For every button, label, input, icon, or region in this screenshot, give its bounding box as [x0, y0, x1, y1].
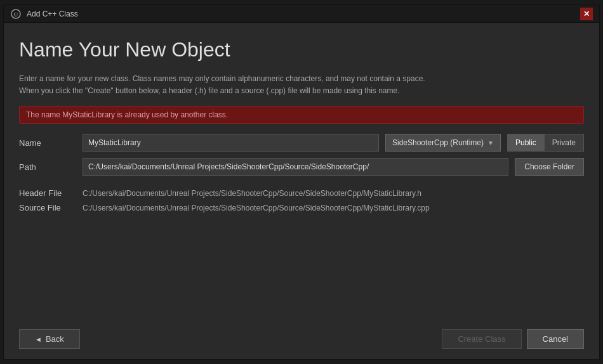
close-button[interactable]: ✕ [580, 8, 593, 20]
back-arrow-icon: ◄ [35, 335, 42, 343]
ue-logo-icon: U [10, 8, 22, 20]
visibility-toggle-group: Public Private [507, 134, 584, 152]
footer: ◄ Back Create Class Cancel [4, 322, 599, 359]
cancel-button[interactable]: Cancel [527, 329, 584, 349]
header-file-path: C:/Users/kai/Documents/Unreal Projects/S… [83, 189, 421, 198]
dialog-title: Add C++ Class [27, 10, 78, 18]
footer-right: Create Class Cancel [442, 329, 584, 349]
back-button[interactable]: ◄ Back [19, 329, 80, 349]
name-input[interactable] [83, 134, 379, 152]
dialog-window: U Add C++ Class ✕ Name Your New Object E… [3, 4, 600, 360]
create-class-button[interactable]: Create Class [442, 329, 521, 349]
path-label: Path [19, 162, 76, 172]
module-dropdown-button[interactable]: SideShooterCpp (Runtime) ▼ [385, 134, 501, 152]
dropdown-arrow-icon: ▼ [487, 140, 494, 146]
private-toggle-button[interactable]: Private [544, 134, 584, 152]
error-banner: The name MyStaticLibrary is already used… [19, 106, 584, 124]
module-dropdown-label: SideShooterCpp (Runtime) [392, 138, 484, 147]
svg-text:U: U [14, 11, 18, 18]
back-label: Back [46, 334, 64, 344]
title-bar-left: U Add C++ Class [10, 8, 78, 20]
page-title: Name Your New Object [19, 38, 584, 62]
source-file-path: C:/Users/kai/Documents/Unreal Projects/S… [83, 204, 430, 212]
header-file-label: Header File [19, 188, 76, 198]
header-file-row: Header File C:/Users/kai/Documents/Unrea… [19, 186, 584, 200]
public-toggle-button[interactable]: Public [507, 134, 544, 152]
name-label: Name [19, 138, 76, 148]
path-input[interactable] [83, 158, 508, 176]
form-section: Name SideShooterCpp (Runtime) ▼ Public P… [19, 134, 584, 176]
source-file-row: Source File C:/Users/kai/Documents/Unrea… [19, 200, 584, 215]
name-row: Name SideShooterCpp (Runtime) ▼ Public P… [19, 134, 584, 152]
path-row: Path Choose Folder [19, 158, 584, 176]
description-text: Enter a name for your new class. Class n… [19, 73, 584, 97]
source-file-label: Source File [19, 203, 76, 212]
title-bar: U Add C++ Class ✕ [4, 5, 599, 23]
content-area: Name Your New Object Enter a name for yo… [4, 23, 599, 322]
choose-folder-button[interactable]: Choose Folder [515, 158, 584, 176]
footer-left: ◄ Back [19, 329, 80, 349]
